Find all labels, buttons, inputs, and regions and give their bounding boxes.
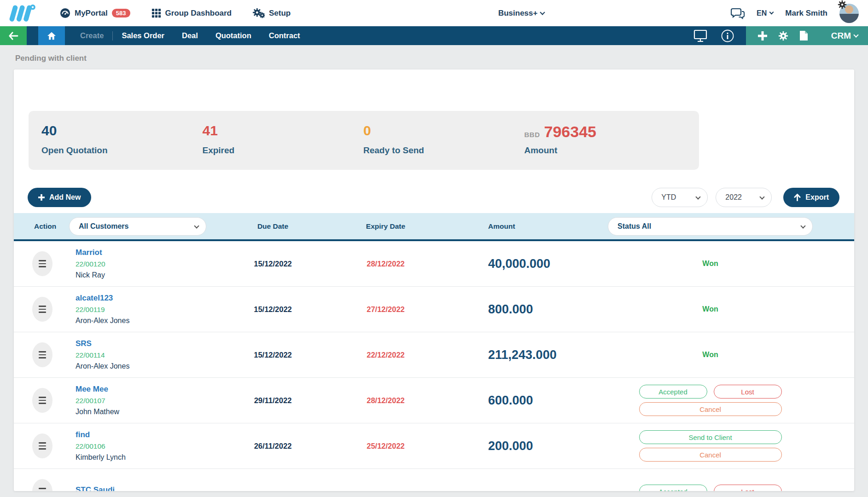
lost-button[interactable]: Lost — [714, 385, 782, 399]
cancel-button[interactable]: Cancel — [639, 402, 782, 416]
lost-button[interactable]: Lost — [714, 485, 782, 491]
dashboard-gauge-icon — [60, 8, 70, 18]
monitor-icon[interactable] — [693, 29, 707, 42]
row-menu-button[interactable] — [32, 479, 52, 491]
row-menu-button[interactable] — [32, 388, 52, 413]
table-row: STC Saudi Accepted Lost — [14, 469, 854, 491]
chevron-down-icon — [194, 223, 199, 228]
due-date: 29/11/2022 — [216, 396, 329, 405]
due-date: 15/12/2022 — [216, 351, 329, 359]
document-icon[interactable] — [799, 30, 808, 41]
chevron-down-icon — [540, 10, 545, 15]
status-badge: Won — [580, 305, 840, 313]
stat-label: Amount — [524, 145, 686, 156]
module-selector[interactable]: CRM — [831, 31, 858, 41]
customer-link[interactable]: Mee Mee — [76, 385, 216, 394]
page-title: Pending with client — [0, 45, 868, 63]
year-select[interactable]: 2022 — [716, 188, 772, 207]
nav-quotation[interactable]: Quotation — [207, 31, 260, 40]
stat-value: 41 — [203, 123, 364, 139]
home-button[interactable] — [38, 26, 65, 45]
accepted-button[interactable]: Accepted — [639, 485, 707, 491]
status-filter-select[interactable]: Status All — [608, 217, 813, 236]
row-menu-button[interactable] — [32, 342, 52, 367]
contact-name: Kimberly Lynch — [76, 453, 216, 462]
table-row: Marriot 22/00120 Nick Ray 15/12/2022 28/… — [14, 241, 854, 287]
cancel-button[interactable]: Cancel — [639, 448, 782, 462]
chevron-down-icon — [800, 223, 805, 228]
accepted-button[interactable]: Accepted — [639, 385, 707, 399]
back-button[interactable] — [0, 26, 27, 45]
chat-icon[interactable] — [731, 7, 745, 19]
amount-value: 211,243.000 — [442, 348, 580, 362]
quotation-number: 22/00119 — [76, 306, 216, 314]
status-filter-value: Status All — [618, 222, 651, 231]
module-actions: CRM — [746, 26, 868, 45]
myportal-count-badge: 583 — [112, 9, 130, 17]
customer-link[interactable]: find — [76, 430, 216, 439]
module-label: CRM — [831, 31, 851, 41]
export-button[interactable]: Export — [783, 188, 839, 207]
quotation-number: 22/00120 — [76, 260, 216, 268]
stat-value: 796345 — [544, 123, 596, 141]
user-name: Mark Smith — [785, 9, 827, 18]
quotation-number: 22/00114 — [76, 351, 216, 359]
gear-icon[interactable] — [838, 0, 847, 9]
export-label: Export — [805, 193, 829, 202]
stat-open-quotation: 40 Open Quotation — [41, 123, 203, 170]
nav-create-label: Create — [71, 31, 112, 40]
nav-myportal[interactable]: MyPortal 583 — [60, 8, 130, 18]
brand-logo[interactable] — [9, 3, 38, 23]
gear-icon[interactable] — [778, 31, 788, 41]
col-amount: Amount — [442, 222, 580, 231]
currency-code: BBD — [524, 131, 540, 139]
stats-panel: 40 Open Quotation 41 Expired 0 Ready to … — [29, 111, 699, 170]
year-value: 2022 — [725, 193, 742, 202]
customers-filter-select[interactable]: All Customers — [69, 217, 206, 236]
chevron-down-icon — [696, 194, 701, 199]
row-menu-button[interactable] — [32, 433, 52, 458]
nav-sales-order[interactable]: Sales Order — [113, 31, 173, 40]
nav-myportal-label: MyPortal — [75, 9, 108, 18]
plus-icon[interactable] — [758, 31, 767, 40]
language-selector[interactable]: EN — [757, 9, 773, 17]
row-menu-button[interactable] — [32, 297, 52, 322]
stat-value: 0 — [363, 123, 524, 139]
status-badge: Won — [580, 260, 840, 268]
expiry-date: 28/12/2022 — [329, 260, 442, 268]
customer-link[interactable]: STC Saudi — [76, 485, 216, 491]
row-menu-button[interactable] — [32, 251, 52, 276]
amount-value: 40,000.000 — [442, 257, 580, 271]
nav-deal[interactable]: Deal — [173, 31, 207, 40]
table-row: alcatel123 22/00119 Aron-Alex Jones 15/1… — [14, 287, 854, 332]
table-header: Action All Customers Due Date Expiry Dat… — [14, 213, 854, 241]
nav-setup[interactable]: Setup — [253, 8, 291, 19]
add-new-label: Add New — [49, 193, 81, 202]
period-select[interactable]: YTD — [652, 188, 708, 207]
home-icon — [47, 32, 56, 40]
user-avatar[interactable] — [839, 4, 859, 23]
amount-value: 200.000 — [442, 439, 580, 453]
quotation-number: 22/00106 — [76, 442, 216, 451]
info-icon[interactable] — [721, 29, 734, 42]
amount-value: 800.000 — [442, 302, 580, 317]
contact-name: Aron-Alex Jones — [76, 317, 216, 325]
w-logo-icon — [9, 3, 38, 23]
customer-link[interactable]: SRS — [76, 339, 216, 348]
nav-contract[interactable]: Contract — [260, 31, 309, 40]
plus-icon — [38, 194, 45, 201]
col-expiry-date: Expiry Date — [329, 222, 442, 231]
stat-label: Open Quotation — [41, 145, 203, 156]
customer-link[interactable]: alcatel123 — [76, 294, 216, 303]
contact-name: Aron-Alex Jones — [76, 362, 216, 370]
send-to-client-button[interactable]: Send to Client — [639, 430, 782, 444]
grid-icon — [151, 8, 161, 18]
nav-group-dashboard[interactable]: Group Dashboard — [151, 8, 232, 18]
stat-label: Expired — [203, 145, 364, 156]
col-action: Action — [28, 222, 69, 231]
table-toolbar: Add New YTD 2022 Export — [28, 188, 839, 207]
customer-link[interactable]: Marriot — [76, 248, 216, 257]
plan-selector[interactable]: Business+ — [498, 9, 545, 18]
add-new-button[interactable]: Add New — [28, 188, 91, 207]
amount-value: 600.000 — [442, 393, 580, 408]
